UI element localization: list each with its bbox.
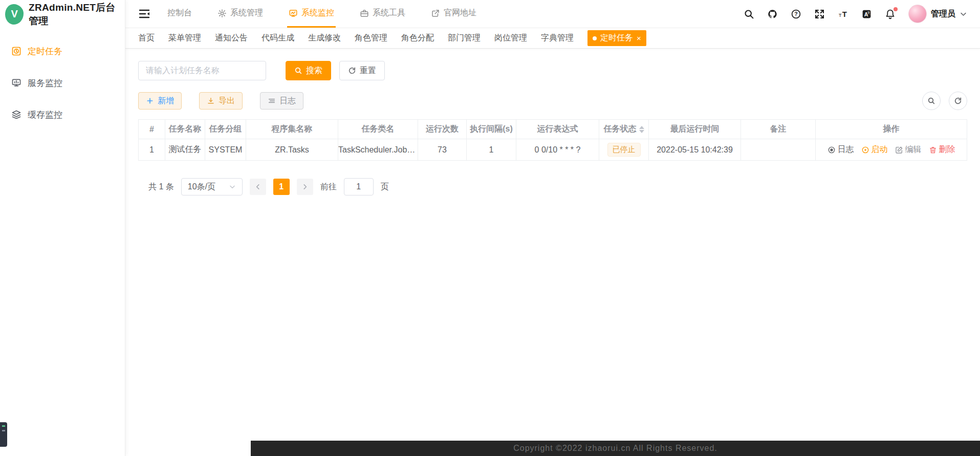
help-icon[interactable]: ?	[791, 9, 801, 19]
filter-row: 搜索 重置	[138, 61, 967, 80]
tab-department-management[interactable]: 部门管理	[448, 33, 481, 44]
toggle-search-icon[interactable]	[922, 92, 941, 110]
cell-cron: 0 0/10 * * * ?	[516, 139, 599, 161]
col-status[interactable]: 任务状态	[599, 120, 649, 139]
sort-carets-icon[interactable]	[639, 126, 644, 133]
tab-notices[interactable]: 通知公告	[215, 33, 248, 44]
cell-last-run: 2022-05-15 10:42:39	[649, 139, 741, 161]
plus-icon	[146, 97, 154, 105]
layers-icon	[11, 110, 21, 120]
notification-dot	[894, 7, 898, 11]
nav-item-official-site[interactable]: 官网地址	[429, 0, 478, 28]
tab-menu-management[interactable]: 菜单管理	[168, 33, 201, 44]
nav-label: 系统管理	[230, 8, 263, 18]
sidebar-item-cache-monitor[interactable]: 缓存监控	[0, 99, 125, 131]
add-button-label: 新增	[158, 96, 174, 106]
tab-dictionary-management[interactable]: 字典管理	[541, 33, 574, 44]
tab-home[interactable]: 首页	[138, 33, 155, 44]
reset-button-label: 重置	[360, 66, 376, 76]
col-job-class: 任务类名	[338, 120, 418, 139]
reset-button[interactable]: 重置	[339, 61, 385, 80]
add-button[interactable]: 新增	[138, 92, 182, 110]
refresh-table-icon[interactable]	[949, 92, 967, 110]
svg-text:T: T	[839, 12, 842, 17]
page-size-select[interactable]: 10条/页	[181, 178, 243, 196]
sidebar-collapse-icon[interactable]	[138, 8, 150, 20]
search-icon	[294, 67, 302, 75]
svg-text:文: 文	[867, 10, 870, 14]
fullscreen-icon[interactable]	[814, 9, 825, 19]
list-icon	[268, 97, 276, 105]
nav-item-system-tools[interactable]: 系统工具	[358, 0, 407, 28]
active-tab-dot	[593, 36, 597, 40]
github-icon[interactable]	[767, 9, 778, 19]
search-icon[interactable]	[744, 9, 754, 19]
trash-icon	[929, 146, 937, 154]
prev-page-icon[interactable]	[250, 179, 266, 195]
sidebar-item-service-monitor[interactable]: 服务监控	[0, 67, 125, 99]
cell-task-group: SYSTEM	[205, 139, 246, 161]
col-cron: 运行表达式	[516, 120, 599, 139]
col-status-label: 任务状态	[604, 124, 637, 133]
log-button-label: 日志	[279, 96, 296, 106]
cell-run-count: 73	[418, 139, 467, 161]
notifications-bell-icon[interactable]	[885, 9, 896, 19]
view-icon	[827, 146, 836, 154]
translate-icon[interactable]: A文	[861, 9, 872, 19]
header-actions: ? TT A文 管理员	[744, 5, 967, 23]
monitor-icon	[11, 78, 21, 88]
chevron-down-icon	[960, 10, 967, 18]
pagination-total: 共 1 条	[148, 182, 174, 192]
settings-drawer-handle[interactable]	[0, 422, 7, 447]
font-size-icon[interactable]: TT	[838, 9, 848, 19]
sidebar-item-scheduled-tasks[interactable]: 定时任务	[0, 35, 125, 67]
export-button[interactable]: 导出	[199, 92, 243, 110]
search-button[interactable]: 搜索	[286, 61, 331, 80]
nav-item-system-management[interactable]: 系统管理	[216, 0, 265, 28]
search-button-label: 搜索	[306, 66, 322, 76]
tab-scheduled-tasks-active[interactable]: 定时任务 ×	[587, 30, 646, 46]
top-nav: 控制台 系统管理 系统监控 系统工具 官网地址	[166, 0, 478, 28]
page-number-1[interactable]: 1	[273, 179, 290, 195]
nav-label: 控制台	[167, 8, 192, 18]
sidebar-menu: 定时任务 服务监控 缓存监控	[0, 28, 125, 131]
col-remark: 备注	[741, 120, 816, 139]
next-page-icon[interactable]	[297, 179, 313, 195]
app-title: ZRAdmin.NET后台管理	[29, 1, 125, 28]
tab-role-assignment[interactable]: 角色分配	[401, 33, 434, 44]
sidebar-item-label: 缓存监控	[28, 109, 62, 121]
task-name-input[interactable]	[138, 61, 266, 80]
cell-index: 1	[139, 139, 165, 161]
tab-generation-edit[interactable]: 生成修改	[308, 33, 341, 44]
svg-text:?: ?	[794, 11, 797, 17]
sidebar-item-label: 服务监控	[28, 77, 62, 89]
tab-post-management[interactable]: 岗位管理	[494, 33, 527, 44]
row-log-link[interactable]: 日志	[827, 144, 854, 155]
avatar[interactable]	[908, 5, 927, 23]
toolbox-icon	[360, 9, 369, 18]
col-run-count: 运行次数	[418, 120, 467, 139]
tab-role-management[interactable]: 角色管理	[355, 33, 387, 44]
tasks-table: # 任务名称 任务分组 程序集名称 任务类名 运行次数 执行间隔(s) 运行表达…	[138, 119, 967, 161]
external-link-icon	[431, 9, 440, 18]
download-icon	[207, 97, 215, 105]
refresh-icon	[348, 67, 356, 75]
nav-item-console[interactable]: 控制台	[166, 0, 193, 28]
close-icon[interactable]: ×	[637, 34, 641, 42]
row-start-link[interactable]: 启动	[861, 144, 888, 155]
cell-status: 已停止	[599, 139, 649, 161]
nav-label: 系统工具	[373, 8, 405, 18]
monitor-chart-icon	[289, 9, 298, 18]
tab-code-generation[interactable]: 代码生成	[262, 33, 294, 44]
log-button[interactable]: 日志	[260, 92, 303, 110]
nav-item-system-monitor[interactable]: 系统监控	[287, 0, 336, 28]
goto-page-input[interactable]	[344, 178, 374, 196]
table-row[interactable]: 1 测试任务 SYSTEM ZR.Tasks TaskScheduler.Job…	[139, 139, 967, 161]
row-delete-link[interactable]: 删除	[929, 144, 955, 155]
user-menu[interactable]: 管理员	[908, 5, 967, 23]
chevron-down-icon	[229, 183, 236, 190]
row-edit-link[interactable]: 编辑	[895, 144, 922, 155]
table-header-row: # 任务名称 任务分组 程序集名称 任务类名 运行次数 执行间隔(s) 运行表达…	[139, 120, 967, 139]
tabs-bar: 首页 菜单管理 通知公告 代码生成 生成修改 角色管理 角色分配 部门管理 岗位…	[125, 28, 980, 49]
sidebar-item-label: 定时任务	[28, 46, 62, 57]
